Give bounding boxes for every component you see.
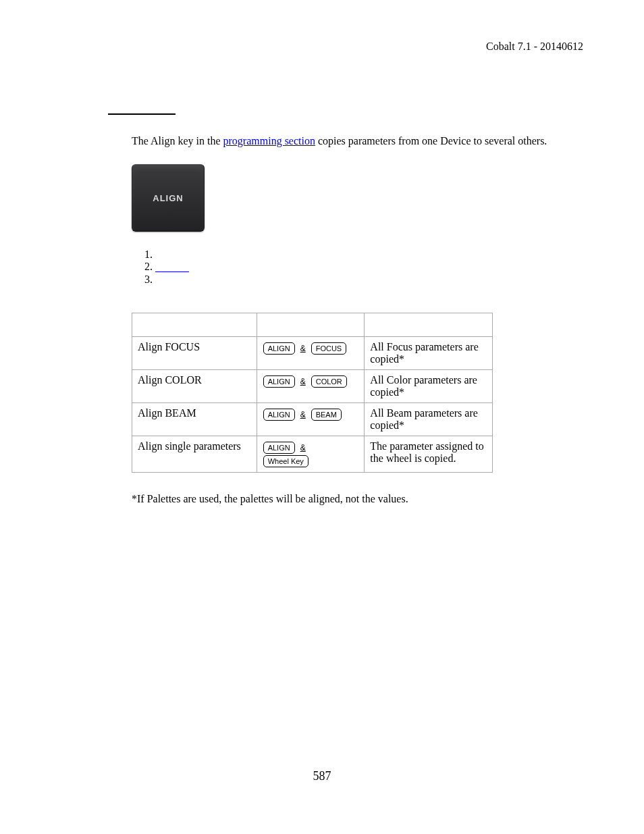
table-row: Align FOCUS ALIGN & FOCUS All Focus para… xyxy=(132,337,493,370)
list-item xyxy=(155,249,583,261)
keys-cell: ALIGN & FOCUS xyxy=(257,337,365,370)
align-keycap-image: ALIGN xyxy=(132,164,205,232)
amp-separator: & xyxy=(300,443,306,452)
keycap-focus: FOCUS xyxy=(311,342,347,355)
function-cell: Align FOCUS xyxy=(132,337,257,370)
table-row: Align BEAM ALIGN & BEAM All Beam paramet… xyxy=(132,403,493,436)
align-key-graphic: ALIGN xyxy=(132,164,583,232)
programming-section-link[interactable]: programming section xyxy=(223,135,315,147)
keycap-align: ALIGN xyxy=(263,342,295,355)
feedback-cell: All Color parameters are copied* xyxy=(365,370,493,403)
function-cell: Align COLOR xyxy=(132,370,257,403)
keycap-align: ALIGN xyxy=(263,442,295,454)
intro-pre: The Align key in the xyxy=(132,135,223,147)
table-header-row xyxy=(132,313,493,337)
list-item xyxy=(155,261,583,273)
feedback-cell: All Beam parameters are copied* xyxy=(365,403,493,436)
feedback-cell: The parameter assigned to the wheel is c… xyxy=(365,436,493,473)
keycap-align: ALIGN xyxy=(263,409,295,421)
list-link-placeholder[interactable] xyxy=(155,264,189,272)
keys-cell: ALIGN & COLOR xyxy=(257,370,365,403)
keycap-color: COLOR xyxy=(311,375,347,388)
keys-cell: ALIGN & BEAM xyxy=(257,403,365,436)
align-functions-table: Align FOCUS ALIGN & FOCUS All Focus para… xyxy=(132,313,493,473)
table-row: Align single parameters ALIGN & Wheel Ke… xyxy=(132,436,493,473)
feedback-cell: All Focus parameters are copied* xyxy=(365,337,493,370)
keys-cell: ALIGN & Wheel Key xyxy=(257,436,365,473)
intro-paragraph: The Align key in the programming section… xyxy=(132,135,583,147)
function-cell: Align BEAM xyxy=(132,403,257,436)
amp-separator: & xyxy=(300,377,306,386)
table-row: Align COLOR ALIGN & COLOR All Color para… xyxy=(132,370,493,403)
keycap-align: ALIGN xyxy=(263,375,295,388)
footnote-text: *If Palettes are used, the palettes will… xyxy=(132,493,583,505)
amp-separator: & xyxy=(300,410,306,419)
column-header xyxy=(257,313,365,337)
keycap-wheel: Wheel Key xyxy=(263,455,308,467)
section-divider xyxy=(108,113,176,115)
steps-list xyxy=(155,249,583,286)
page-number: 587 xyxy=(0,769,644,783)
list-item xyxy=(155,273,583,286)
intro-post: copies parameters from one Device to sev… xyxy=(315,135,547,147)
column-header xyxy=(132,313,257,337)
keycap-beam: BEAM xyxy=(311,409,342,421)
header-version: Cobalt 7.1 - 20140612 xyxy=(61,41,583,53)
amp-separator: & xyxy=(300,344,306,353)
column-header xyxy=(365,313,493,337)
function-cell: Align single parameters xyxy=(132,436,257,473)
